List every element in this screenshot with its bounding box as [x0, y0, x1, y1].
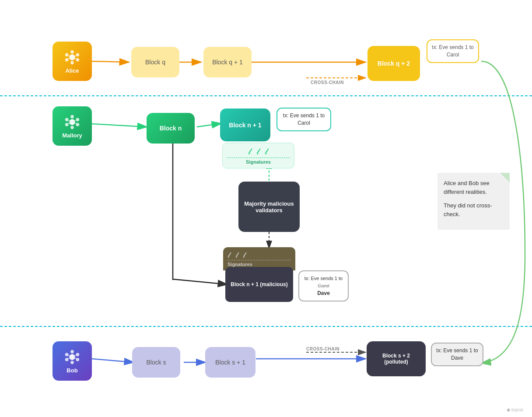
signatures-dark-label: Signatures [228, 260, 291, 267]
mallory-block-n: Block n [147, 113, 195, 144]
svg-point-28 [76, 58, 80, 61]
bob-network-icon [64, 349, 80, 365]
note-line1: Alice and Bob see different realities. [444, 179, 504, 196]
svg-line-12 [92, 124, 147, 127]
bob-actor: Bob [52, 341, 92, 381]
svg-point-27 [65, 58, 69, 61]
sig-icons-dark: 𝓁 𝓁 𝓁 [228, 251, 291, 260]
svg-point-26 [76, 53, 80, 56]
alice-block-q1: Block q + 1 [203, 47, 252, 77]
mallory-label: Mallory [62, 132, 82, 139]
malicious-block: Block n + 1 (malicious) [225, 267, 293, 302]
malicious-tx-carol: Carol [303, 282, 344, 290]
malicious-tx-line1: tx: Eve sends 1 to [303, 275, 344, 282]
bob-cross-chain-label: Cross-Chain [306, 347, 340, 351]
svg-point-34 [70, 126, 74, 129]
validators-box: Majority malicious validators [238, 182, 300, 232]
svg-point-25 [65, 53, 69, 56]
svg-point-23 [70, 50, 74, 53]
svg-point-38 [76, 123, 80, 126]
svg-point-44 [70, 361, 74, 364]
svg-line-15 [173, 279, 228, 284]
svg-point-48 [76, 357, 80, 361]
svg-point-47 [65, 357, 69, 361]
alice-block-q: Block q [131, 47, 179, 77]
signatures-green-label: Signatures [227, 158, 290, 165]
alice-cross-chain-label: Cross-Chain [311, 80, 344, 85]
svg-line-18 [92, 359, 134, 362]
separator-top [0, 95, 532, 96]
bob-block-s1: Block s + 1 [205, 347, 256, 378]
bob-block-s: Block s [132, 347, 180, 378]
alice-tx-box: tx: Eve sends 1 to Carol [427, 39, 479, 63]
malicious-tx-dave: Dave [303, 289, 344, 297]
note-box: Alice and Bob see different realities. T… [438, 173, 510, 230]
malicious-tx-box: tx: Eve sends 1 to Carol Dave [298, 270, 349, 301]
svg-point-37 [65, 123, 69, 126]
mallory-tx-box: tx: Eve sends 1 to Carol [276, 108, 331, 131]
bob-tx-box: tx: Eve sends 1 to Dave [431, 343, 483, 366]
separator-bottom [0, 326, 532, 327]
mallory-actor: Mallory [52, 106, 92, 146]
bob-label: Bob [66, 367, 77, 374]
mallory-block-n1: Block n + 1 [220, 109, 270, 141]
alice-label: Alice [65, 67, 79, 74]
note-line2: They did not cross-check. [444, 201, 504, 218]
signatures-green: 𝓁 𝓁 𝓁 Signatures [222, 143, 294, 168]
mallory-network-icon [64, 114, 80, 130]
svg-line-13 [197, 123, 221, 127]
alice-actor: Alice [52, 42, 92, 81]
alice-block-q2: Block q + 2 [368, 46, 420, 81]
svg-line-8 [92, 61, 129, 62]
diagram-container: Alice Block q Block q + 1 Block q + 2 tx… [0, 0, 532, 417]
svg-point-45 [65, 353, 69, 356]
svg-point-35 [65, 118, 69, 121]
svg-point-46 [76, 353, 80, 356]
svg-point-33 [70, 115, 74, 118]
bob-block-s2: Block s + 2 (polluted) [367, 341, 426, 376]
alice-network-icon [64, 49, 80, 66]
watermark: ◆ topos [507, 407, 523, 413]
sig-icons-green: 𝓁 𝓁 𝓁 [227, 147, 290, 157]
svg-point-36 [76, 118, 80, 121]
svg-point-24 [70, 61, 74, 64]
svg-point-43 [70, 350, 74, 353]
